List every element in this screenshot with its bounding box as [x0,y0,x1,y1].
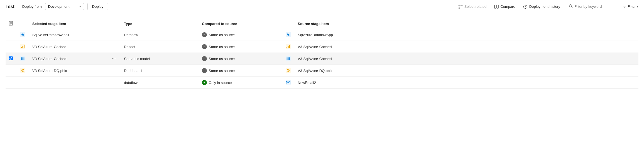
svg-rect-27 [288,46,289,48]
select-related-action[interactable]: Select related [456,3,489,10]
row-source-icon-cell [282,77,294,89]
row-item-name: V3-SqlAzure-Cached [29,53,107,65]
table-row: V3-SqlAzure-DQ.pbix Dashboard = Same as … [6,65,638,77]
row-more-cell [107,29,121,41]
svg-point-43 [287,58,288,59]
item-icon-semantic [20,56,26,61]
status-label: Same as source [209,45,235,49]
svg-point-1 [461,5,462,6]
source-item-icon-report [285,44,291,49]
table-header-row: Selected stage item Type Compared to sou… [6,19,638,29]
row-source-name: SqlAzureDataflowApp1 [294,29,638,41]
compare-action[interactable]: Compare [492,3,517,10]
filter-label: Filter [628,4,636,9]
th-selected-stage-item: Selected stage item [29,19,107,29]
svg-point-36 [21,59,22,60]
chevron-down-icon: ▾ [79,5,81,8]
row-item-name: — [29,77,107,89]
row-compared-status: = Same as source [199,65,282,77]
svg-point-33 [21,58,22,59]
svg-point-52 [23,70,23,71]
status-badge: = Same as source [202,44,235,49]
th-more-spacer [107,19,121,29]
table-row: — dataflow + Only in source NewEmail2 [6,77,638,89]
table-row: V3-SqlAzure-Cached Report = Same as sour… [6,41,638,53]
row-item-icon-cell [17,29,29,41]
row-source-icon-cell [282,29,294,41]
deployment-history-action[interactable]: Deployment history [521,3,562,10]
status-label: Only in source [209,81,232,85]
svg-point-56 [288,70,288,71]
svg-point-35 [24,58,25,59]
svg-point-32 [24,57,25,58]
svg-rect-23 [23,46,23,48]
row-source-icon-cell [282,41,294,53]
svg-point-2 [459,8,460,9]
row-checkbox[interactable] [9,56,13,60]
row-item-icon-cell [17,53,29,65]
svg-rect-5 [494,5,496,8]
row-compared-status: = Same as source [199,41,282,53]
th-checkbox [6,19,17,29]
deploy-button[interactable]: Deploy [87,3,108,10]
svg-point-40 [287,57,288,58]
filter-button[interactable]: Filter ▾ [623,4,638,9]
search-input[interactable] [574,4,616,9]
compare-label: Compare [500,4,515,9]
th-source-icon-spacer [282,19,294,29]
row-item-name: SqlAzureDataflowApp1 [29,29,107,41]
compare-icon [494,4,499,9]
deployment-history-label: Deployment history [529,4,560,9]
svg-rect-24 [24,45,25,48]
deploy-from-dropdown[interactable]: Development ▾ [45,3,84,10]
status-same-icon: = [202,56,207,61]
svg-rect-6 [497,5,498,8]
status-badge: = Same as source [202,68,235,73]
row-item-name: V3-SqlAzure-DQ.pbix [29,65,107,77]
status-same-icon: = [202,44,207,49]
row-checkbox-cell [6,41,17,53]
row-item-icon-cell [17,65,29,77]
filter-chevron-icon: ▾ [637,5,638,8]
row-source-name: NewEmail2 [294,77,638,89]
items-table: Selected stage item Type Compared to sou… [6,19,638,89]
file-icon [9,22,13,26]
status-badge: = Same as source [202,56,235,61]
svg-point-0 [459,5,460,6]
row-item-icon-cell [17,41,29,53]
row-checkbox-cell [6,77,17,89]
row-item-name: V3-SqlAzure-Cached [29,41,107,53]
row-type: dataflow [121,77,199,89]
row-source-name: V3-SqlAzure-Cached [294,53,638,65]
filter-icon [623,4,626,9]
search-box[interactable] [566,3,619,10]
th-icon-spacer [17,19,29,29]
row-type: Report [121,41,199,53]
item-icon-dataflow [20,32,26,37]
status-label: Same as source [209,33,235,37]
row-type: Dataflow [121,29,199,41]
svg-point-30 [21,57,22,58]
toolbar: Test Deploy from Development ▾ Deploy Se… [0,0,644,13]
th-type: Type [121,19,199,29]
svg-point-47 [288,59,289,60]
svg-point-41 [288,57,289,58]
th-source-stage-item: Source stage item [294,19,638,29]
row-compared-status: = Same as source [199,29,282,41]
row-more-cell [107,65,121,77]
row-source-name: V3-SqlAzure-Cached [294,41,638,53]
search-icon [569,4,573,9]
table-row: SqlAzureDataflowApp1 Dataflow = Same as … [6,29,638,41]
row-source-icon-cell [282,65,294,77]
row-checkbox-cell [6,53,17,65]
svg-point-20 [288,34,289,35]
status-only-source-icon: + [202,80,207,85]
item-icon-dashboard [20,68,26,73]
svg-point-45 [289,58,290,59]
svg-point-42 [289,57,290,58]
svg-point-44 [288,58,289,59]
deploy-from-label: Deploy from [22,4,42,9]
row-checkbox-cell [6,29,17,41]
more-button[interactable]: ··· [110,56,117,62]
svg-rect-22 [21,47,22,48]
